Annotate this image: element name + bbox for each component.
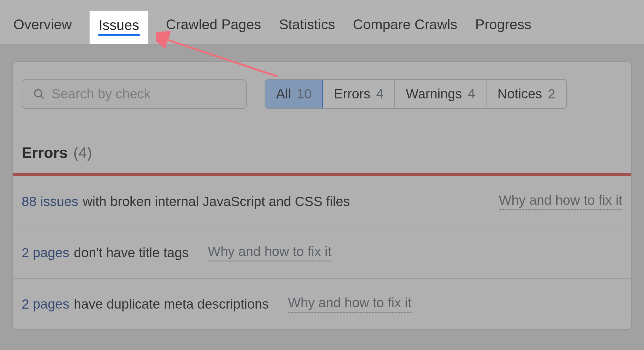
svg-line-1 bbox=[41, 96, 43, 98]
filter-label: All bbox=[276, 86, 291, 102]
filter-warnings[interactable]: Warnings 4 bbox=[395, 80, 487, 108]
section-count: (4) bbox=[73, 144, 92, 161]
section-heading: Errors (4) bbox=[13, 109, 631, 173]
tab-crawled-pages[interactable]: Crawled Pages bbox=[166, 10, 261, 44]
issues-panel: All 10 Errors 4 Warnings 4 Notices 2 E bbox=[12, 61, 632, 330]
tab-bar: Overview Issues Crawled Pages Statistics… bbox=[0, 0, 644, 45]
section-divider bbox=[13, 173, 631, 176]
search-box[interactable] bbox=[22, 79, 247, 109]
search-icon bbox=[33, 88, 45, 100]
search-input[interactable] bbox=[52, 86, 235, 102]
fix-link[interactable]: Why and how to fix it bbox=[288, 295, 412, 313]
issue-description: don't have title tags bbox=[74, 245, 189, 261]
filter-count: 10 bbox=[297, 86, 312, 102]
issue-row: 88 issues with broken internal JavaScrip… bbox=[13, 176, 631, 227]
tab-compare-crawls[interactable]: Compare Crawls bbox=[353, 10, 457, 44]
issue-count-link[interactable]: 2 pages bbox=[22, 245, 69, 261]
tab-issues[interactable]: Issues bbox=[90, 11, 148, 44]
filter-errors[interactable]: Errors 4 bbox=[323, 80, 395, 108]
tab-progress[interactable]: Progress bbox=[475, 10, 531, 44]
controls-row: All 10 Errors 4 Warnings 4 Notices 2 bbox=[13, 79, 631, 109]
tab-statistics[interactable]: Statistics bbox=[279, 10, 335, 44]
issue-count-link[interactable]: 88 issues bbox=[22, 194, 78, 209]
section-title: Errors bbox=[22, 144, 68, 161]
issue-row: 2 pages don't have title tags Why and ho… bbox=[13, 227, 631, 279]
issue-description: with broken internal JavaScript and CSS … bbox=[83, 194, 350, 209]
issue-description: have duplicate meta descriptions bbox=[74, 296, 269, 312]
tab-overview[interactable]: Overview bbox=[13, 10, 72, 44]
filter-group: All 10 Errors 4 Warnings 4 Notices 2 bbox=[265, 79, 567, 109]
filter-count: 2 bbox=[548, 86, 555, 102]
fix-link[interactable]: Why and how to fix it bbox=[499, 193, 623, 210]
filter-count: 4 bbox=[468, 86, 475, 102]
filter-label: Notices bbox=[497, 86, 542, 102]
fix-link[interactable]: Why and how to fix it bbox=[208, 244, 332, 261]
filter-count: 4 bbox=[376, 86, 384, 102]
filter-label: Errors bbox=[334, 86, 370, 102]
filter-label: Warnings bbox=[406, 86, 462, 102]
issue-count-link[interactable]: 2 pages bbox=[22, 296, 69, 312]
filter-notices[interactable]: Notices 2 bbox=[487, 80, 566, 108]
filter-all[interactable]: All 10 bbox=[265, 79, 323, 109]
issue-row: 2 pages have duplicate meta descriptions… bbox=[13, 279, 631, 329]
